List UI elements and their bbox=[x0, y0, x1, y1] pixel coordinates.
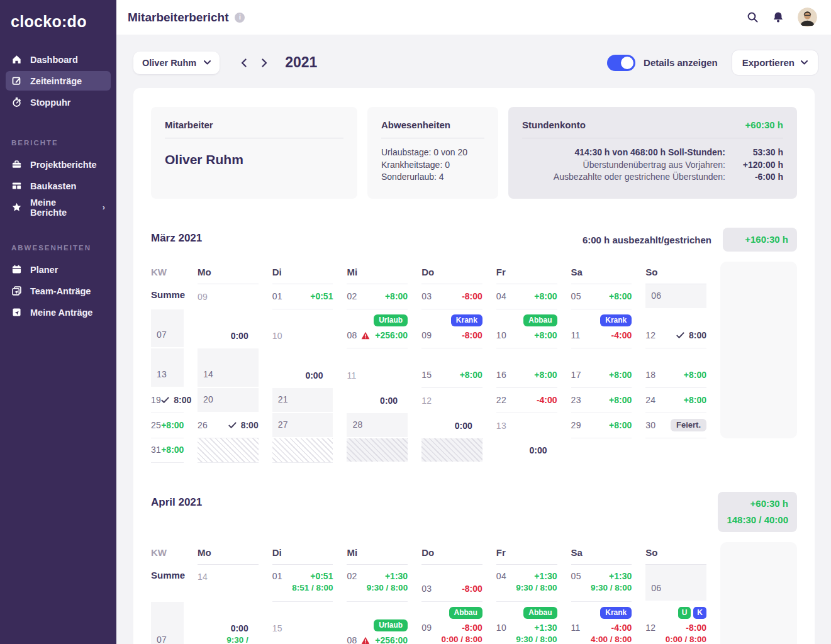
sidebar-item-label: Planer bbox=[30, 265, 58, 275]
calendar-day-cell: 27 bbox=[272, 413, 333, 438]
day-difference-value: -8:00 bbox=[462, 291, 482, 301]
absence-badge[interactable]: K bbox=[693, 607, 706, 619]
absence-badge[interactable]: Urlaub bbox=[374, 619, 408, 631]
day-difference-value: +8:00 bbox=[684, 395, 706, 405]
avatar[interactable] bbox=[798, 8, 817, 27]
hours-account-title: Stundenkonto bbox=[522, 119, 586, 130]
bell-icon[interactable] bbox=[772, 11, 784, 23]
sidebar-item-label: Projektberichte bbox=[30, 160, 97, 170]
day-difference-value: +8:00 bbox=[534, 370, 557, 380]
sidebar-item-team-antr-ge[interactable]: Team-Anträge bbox=[6, 281, 111, 301]
calendar-day-cell: 18+8:00 bbox=[645, 348, 706, 388]
sidebar-item-baukasten[interactable]: Baukasten bbox=[6, 176, 111, 196]
month-total-pill: +60:30 h148:30 / 40:00 bbox=[718, 492, 797, 532]
day-detail-value: 0:00 / 8:00 bbox=[645, 635, 706, 644]
column-header-kw: KW bbox=[151, 262, 184, 284]
column-header-day: Mo bbox=[198, 542, 259, 565]
calendar-day-cell: 28 bbox=[347, 413, 408, 438]
year-nav bbox=[238, 56, 270, 70]
approved-check-icon bbox=[161, 397, 169, 404]
sidebar-item-dashboard[interactable]: Dashboard bbox=[6, 50, 111, 69]
calendar-day-cell: 03-8:00 bbox=[421, 284, 482, 309]
year-label: 2021 bbox=[285, 54, 317, 71]
sidebar-item-label: Stoppuhr bbox=[30, 97, 70, 108]
calendar-day-cell: 04+1:309:30 / 8:00 bbox=[496, 565, 557, 602]
day-difference-value: +8:00 bbox=[609, 420, 632, 430]
day-difference-value: +8:00 bbox=[609, 370, 632, 380]
sidebar-item-label: Zeiteinträge bbox=[30, 76, 82, 86]
day-difference-value: +1:30 bbox=[534, 623, 557, 633]
day-number: 19 bbox=[151, 395, 161, 405]
next-year-button[interactable] bbox=[259, 56, 270, 70]
day-number: 11 bbox=[571, 330, 581, 340]
kw-cell: 09 bbox=[198, 284, 259, 309]
warning-icon[interactable] bbox=[361, 636, 370, 644]
prev-year-button[interactable] bbox=[238, 56, 249, 70]
column-header-day: Sa bbox=[571, 262, 632, 284]
day-detail-value: 9:30 / 8:00 bbox=[571, 583, 632, 595]
calendar-day-cell: 30Feiert. bbox=[645, 413, 706, 438]
export-button[interactable]: Exportieren bbox=[732, 50, 818, 75]
sidebar-item-planer[interactable]: Planer bbox=[6, 260, 111, 279]
calendar-day-cell: Krank11-4:004:00 / 8:00 bbox=[571, 602, 632, 644]
approved-check-icon bbox=[676, 332, 684, 339]
month-title: April 2021 bbox=[151, 496, 202, 509]
badge-row bbox=[645, 314, 706, 328]
holiday-badge: Feiert. bbox=[671, 419, 706, 431]
month-table: KWMoDiMiDoFrSaSoSumme0901+0:5102+8:0003-… bbox=[151, 262, 797, 463]
sidebar-item-label: Dashboard bbox=[30, 55, 78, 65]
search-icon[interactable] bbox=[747, 11, 759, 23]
day-number: 29 bbox=[571, 420, 581, 430]
day-number: 08 bbox=[347, 330, 357, 340]
column-header-day: Di bbox=[272, 542, 333, 565]
hours-account-row-label: 414:30 h von 468:00 h Soll-Stunden: bbox=[574, 147, 725, 159]
calendar-day-cell: Abbau10+1:309:30 / 8:00 bbox=[496, 602, 557, 644]
day-difference-value: +0:51 bbox=[310, 571, 333, 581]
day-difference-value: 8:00 bbox=[689, 330, 706, 340]
day-number: 12 bbox=[645, 623, 655, 633]
kw-cell: 13 bbox=[496, 413, 557, 438]
hours-account-rows: 414:30 h von 468:00 h Soll-Stunden:53:30… bbox=[522, 147, 783, 184]
info-icon[interactable]: i bbox=[235, 13, 245, 23]
calendar-day-cell: 06 bbox=[645, 284, 706, 309]
calendar-day-cell: Krank11-4:00 bbox=[571, 309, 632, 348]
export-button-label: Exportieren bbox=[742, 57, 795, 68]
sidebar-item-zeiteintr-ge[interactable]: Zeiteinträge bbox=[6, 71, 111, 91]
calendar-day-cell: 22-4:00 bbox=[496, 388, 557, 413]
app-logo[interactable]: clocko:do bbox=[0, 0, 116, 31]
sidebar-item-stoppuhr[interactable]: Stoppuhr bbox=[6, 92, 111, 112]
absence-badge[interactable]: Krank bbox=[451, 314, 482, 326]
month-note: 6:00 h ausbezahlt/gestrichen bbox=[583, 235, 711, 245]
calendar-day-cell: 01+0:518:51 / 8:00 bbox=[272, 565, 333, 602]
absence-badge[interactable]: Krank bbox=[600, 607, 632, 619]
absence-badge[interactable]: Abbau bbox=[523, 314, 557, 326]
day-detail-value: 0:00 / 8:00 bbox=[421, 635, 482, 644]
details-toggle[interactable] bbox=[607, 55, 635, 71]
approved-check-icon bbox=[228, 422, 237, 429]
sidebar-item-meine-antr-ge[interactable]: Meine Anträge bbox=[6, 303, 111, 322]
day-detail-value: 8:51 / 8:00 bbox=[272, 583, 333, 595]
day-number: 30 bbox=[645, 420, 655, 430]
sidebar-item-meine-berichte[interactable]: Meine Berichte› bbox=[6, 197, 111, 217]
calendar-day-cell: Krank09-8:00 bbox=[421, 309, 482, 348]
employee-select[interactable]: Oliver Ruhm bbox=[133, 52, 220, 74]
absence-badge[interactable]: Krank bbox=[600, 314, 632, 326]
sidebar-item-label: Baukasten bbox=[30, 181, 76, 191]
day-difference-value: +1:30 bbox=[385, 571, 408, 581]
column-header-day: Do bbox=[421, 262, 482, 284]
calendar-day-cell: 05+1:309:30 / 8:00 bbox=[571, 565, 632, 602]
absence-stat-line: Sonderurlaub: 4 bbox=[381, 171, 484, 184]
calendar-day-cell: UK12-8:000:00 / 8:00 bbox=[645, 602, 706, 644]
sidebar-nav: DashboardZeiteinträgeStoppuhrBERICHTEPro… bbox=[0, 50, 116, 322]
absence-badge[interactable]: Abbau bbox=[523, 607, 557, 619]
hours-account-total: +60:30 h bbox=[745, 119, 783, 130]
calendar-empty-cell bbox=[421, 438, 482, 463]
absence-badge[interactable]: Urlaub bbox=[374, 314, 408, 326]
sidebar-item-projektberichte[interactable]: Projektberichte bbox=[6, 155, 111, 174]
calendar-day-cell: Abbau10+8:00 bbox=[496, 309, 557, 348]
hours-account-row-label: Ausbezahlte oder gestrichene Überstunden… bbox=[554, 171, 725, 184]
absence-badge[interactable]: U bbox=[678, 607, 691, 619]
warning-icon[interactable] bbox=[361, 331, 370, 340]
calendar-day-cell: 13 bbox=[151, 348, 184, 388]
absence-badge[interactable]: Abbau bbox=[449, 607, 482, 619]
